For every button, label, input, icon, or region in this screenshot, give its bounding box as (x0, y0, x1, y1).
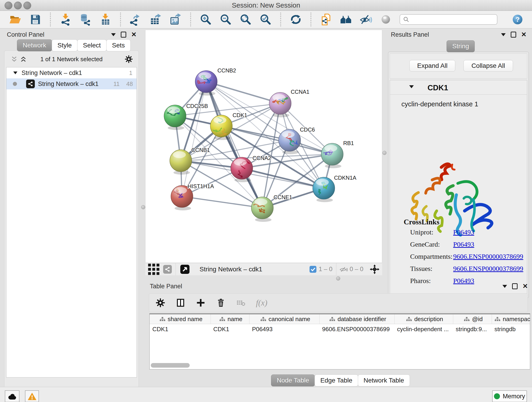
table-cell[interactable]: CDK1 (150, 324, 210, 334)
add-column-icon[interactable] (196, 298, 206, 308)
column-type-icon (260, 317, 266, 322)
table-toolbar: f(x) (149, 293, 528, 312)
horizontal-splitter-handle[interactable] (336, 276, 340, 281)
column-type-icon (464, 317, 470, 322)
table-cell[interactable]: stringdb (492, 324, 530, 334)
network-canvas[interactable]: CCNB2CCNA1CDC25BCDK1CDC6RB1CCNB1CCNA2CDK… (145, 30, 382, 263)
zoom-out-button[interactable] (220, 13, 232, 26)
close-panel-icon[interactable]: ✕ (131, 32, 137, 37)
crosslink-value-link[interactable]: P06493 (453, 240, 474, 248)
tab-string[interactable]: String (447, 40, 475, 52)
import-database-button[interactable] (79, 13, 92, 26)
panel-menu-icon[interactable] (111, 33, 116, 36)
network-graph[interactable]: CCNB2CCNA1CDC25BCDK1CDC6RB1CCNB1CCNA2CDK… (146, 30, 382, 263)
edge-HIST1H1A-CCNE1[interactable] (182, 196, 262, 208)
node-CDC25B[interactable] (164, 105, 186, 130)
save-session-button[interactable] (29, 13, 41, 26)
clone-network-button[interactable] (320, 13, 332, 26)
hide-graphics-details-button[interactable] (360, 13, 372, 26)
import-network-button[interactable] (59, 13, 72, 26)
column-header--id[interactable]: @id (453, 314, 492, 324)
tab-network[interactable]: Network (17, 39, 52, 51)
table-cell[interactable]: CDK1 (210, 324, 249, 334)
network-collection-row[interactable]: String Network – cdk1 1 (6, 67, 137, 78)
pan-crosshair-icon[interactable] (370, 264, 380, 274)
gene-entry-header[interactable]: CDK1 (390, 80, 527, 95)
network-node-count: 11 (114, 80, 120, 88)
tab-style[interactable]: Style (52, 39, 77, 51)
column-header-shared-name[interactable]: shared name (150, 314, 210, 324)
collection-expander-icon[interactable] (13, 71, 17, 74)
node-RB1[interactable] (321, 143, 343, 168)
search-box[interactable] (399, 14, 497, 25)
node-label-HIST1H1A: HIST1H1A (188, 183, 214, 189)
grid-view-icon[interactable] (147, 263, 160, 275)
edge-CCNB2-CCNA1[interactable] (206, 82, 280, 103)
tab-node-table[interactable]: Node Table (271, 375, 315, 386)
birds-eye-view-icon[interactable] (180, 265, 190, 274)
float-panel-icon[interactable] (121, 32, 126, 38)
node-table[interactable]: shared namenamecanonical namedatabase id… (149, 313, 530, 370)
column-header-canonical-name[interactable]: canonical name (249, 314, 319, 324)
node-CCNB2[interactable] (195, 70, 217, 96)
right-splitter-handle[interactable] (382, 151, 386, 155)
edge-CCNB2-CCNE1[interactable] (206, 82, 262, 208)
import-table-button[interactable] (99, 13, 112, 26)
refresh-button[interactable] (290, 13, 302, 26)
table-cell[interactable]: stringdb:9... (453, 324, 492, 334)
table-cell[interactable]: 9606.ENSP00000378699 (319, 324, 394, 334)
tab-network-table[interactable]: Network Table (358, 375, 410, 386)
show-columns-icon[interactable] (175, 298, 186, 308)
table-options-gear-icon[interactable] (155, 298, 166, 308)
search-input[interactable] (410, 15, 497, 24)
tab-edge-table[interactable]: Edge Table (315, 375, 358, 386)
export-network-button[interactable] (129, 13, 142, 26)
panel-menu-icon[interactable] (502, 285, 507, 288)
tab-select[interactable]: Select (77, 39, 107, 51)
network-overview-button[interactable] (340, 13, 352, 26)
crosslink-value-link[interactable]: P06493 (453, 228, 474, 236)
network-options-gear-icon[interactable] (124, 55, 133, 64)
graphics-ball-button[interactable] (380, 13, 392, 26)
entry-expander-icon[interactable] (409, 85, 414, 88)
close-panel-icon[interactable]: ✕ (521, 32, 526, 37)
left-splitter-handle[interactable] (141, 205, 145, 209)
node-CDKN1A[interactable] (313, 177, 335, 202)
close-panel-icon[interactable]: ✕ (523, 284, 528, 289)
table-row[interactable]: CDK1CDK1P064939606.ENSP00000378699cyclin… (150, 324, 530, 334)
table-cell[interactable]: P06493 (249, 324, 319, 334)
zoom-fit-button[interactable] (239, 13, 252, 26)
network-row[interactable]: String Network – cdk1 11 48 (6, 78, 137, 89)
node-CCNE1[interactable] (251, 197, 273, 222)
export-image-button[interactable] (169, 13, 182, 26)
node-CCNA1[interactable] (269, 92, 291, 117)
zoom-selected-button[interactable] (259, 13, 272, 26)
edge-CCNB2-HIST1H1A[interactable] (182, 82, 206, 196)
string-network-icon (26, 80, 35, 88)
float-panel-icon[interactable] (511, 32, 516, 38)
table-cell[interactable]: cyclin-dependent ... (394, 324, 453, 334)
float-panel-icon[interactable] (512, 283, 518, 289)
help-button[interactable]: ? (511, 13, 524, 26)
zoom-in-button[interactable] (200, 13, 212, 26)
export-table-button[interactable] (149, 13, 162, 26)
panel-menu-icon[interactable] (501, 33, 506, 36)
cloud-status-button[interactable] (5, 390, 19, 402)
column-header-description[interactable]: description (394, 314, 453, 324)
delete-column-trash-icon[interactable] (215, 298, 226, 308)
tab-sets[interactable]: Sets (106, 39, 131, 51)
string-view-icon[interactable] (163, 265, 172, 274)
column-header-name[interactable]: name (210, 314, 249, 324)
node-CCNB1[interactable] (170, 150, 192, 175)
crosslink-value-link[interactable]: 9606.ENSP00000378699 (453, 265, 523, 273)
column-header-database-identifier[interactable]: database identifier (319, 314, 394, 324)
collapse-all-button[interactable]: Collapse All (463, 60, 513, 71)
selected-checkbox-icon[interactable] (310, 266, 317, 273)
expand-all-button[interactable]: Expand All (409, 60, 455, 71)
open-session-button[interactable] (9, 13, 22, 26)
table-horizontal-scrollbar[interactable] (151, 363, 190, 368)
memory-button[interactable]: Memory (492, 390, 527, 402)
warnings-button[interactable] (25, 390, 39, 402)
crosslink-value-link[interactable]: 9606.ENSP00000378699 (453, 253, 523, 260)
column-header-namespace[interactable]: namespace (492, 314, 530, 324)
